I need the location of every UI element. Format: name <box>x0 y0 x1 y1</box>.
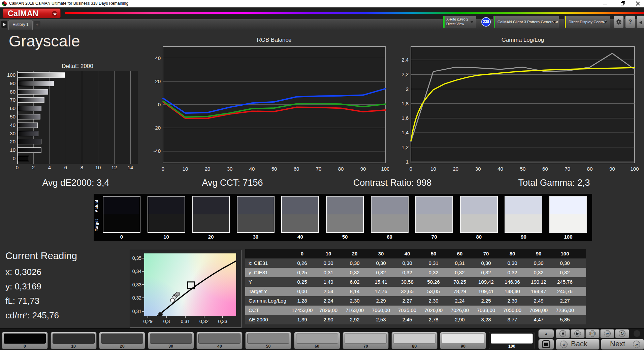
table-cell: 2,24 <box>315 296 342 306</box>
table-cell: 50,26 <box>420 277 447 287</box>
table-cell: 7163,00 <box>342 306 368 315</box>
help-button[interactable]: ? <box>625 15 635 28</box>
next-button[interactable]: Next » <box>601 339 644 350</box>
strip-swatch-70 <box>415 196 453 233</box>
svg-text:20: 20 <box>453 166 458 172</box>
window-minimize-button[interactable] <box>599 0 611 7</box>
strip-swatch-label: 0 <box>103 234 140 240</box>
table-cell: 0,32 <box>473 268 499 277</box>
strip-target-100 <box>550 214 586 232</box>
pattern-level-button-20[interactable]: 20 <box>99 332 145 349</box>
cie-ytick <box>142 271 144 272</box>
pattern-level-swatch <box>53 334 95 344</box>
pattern-level-label: 100 <box>489 344 535 349</box>
svg-text:90: 90 <box>360 166 366 172</box>
pattern-level-button-80[interactable]: 80 <box>391 332 438 349</box>
tab-scroll-button[interactable] <box>1 20 7 28</box>
pattern-level-button-40[interactable]: 40 <box>196 332 243 349</box>
window-restore-button[interactable] <box>616 0 629 7</box>
pattern-level-button-100[interactable]: 100 <box>489 332 535 349</box>
table-header-cell: 70 <box>473 249 499 258</box>
continuous-button[interactable]: ∞ <box>600 329 614 338</box>
pattern-level-label: 40 <box>197 344 242 349</box>
strip-swatch-0 <box>103 196 140 233</box>
tab-history-1[interactable]: History 1 <box>8 20 33 30</box>
pattern-level-button-70[interactable]: 70 <box>343 332 389 349</box>
deltae-gridline <box>130 71 131 164</box>
strip-swatch-60 <box>371 196 409 233</box>
svg-text:70: 70 <box>316 166 322 172</box>
strip-swatch-label: 90 <box>505 234 542 240</box>
table-cell: 0,26 <box>289 258 315 268</box>
deltae-ytick-label: 30 <box>2 131 15 136</box>
settings-button[interactable] <box>614 15 624 28</box>
stat-total-gamma: Total Gamma: 2,3 <box>518 178 590 188</box>
svg-text:30: 30 <box>227 166 233 172</box>
pattern-level-button-60[interactable]: 60 <box>294 332 340 349</box>
chevron-down-icon <box>604 21 607 23</box>
table-row-y: CIE31: y: CIE310,250,310,320,320,320,320,320,32… <box>245 268 586 277</box>
table-cell: 0,32 <box>499 268 525 277</box>
minimize-icon <box>603 4 607 4</box>
svg-text:1,8: 1,8 <box>401 101 409 106</box>
table-cell: 2,53 <box>368 315 394 324</box>
back-icon: « <box>560 341 568 348</box>
calman-logo: CalMAN <box>8 9 38 18</box>
table-cell: 4,47 <box>525 315 552 324</box>
strip-actual-20 <box>193 197 229 214</box>
stop-button[interactable]: ■ <box>556 329 570 338</box>
window-size-button[interactable] <box>538 339 554 350</box>
table-cell: 0,30 <box>473 258 499 268</box>
pattern-options-button[interactable]: ▲ <box>538 329 554 338</box>
pattern-level-button-30[interactable]: 30 <box>148 332 194 349</box>
back-button[interactable]: « Back <box>556 339 600 350</box>
cie-xtick-label: 0,29 <box>140 319 156 324</box>
table-cell: 0,30 <box>315 258 342 268</box>
svg-text:1: 1 <box>406 159 409 165</box>
window-close-button[interactable] <box>632 0 644 7</box>
cie-chart-plot <box>144 253 236 316</box>
menu-chevron-button[interactable] <box>52 11 57 16</box>
svg-text:80: 80 <box>338 166 344 172</box>
loop-button[interactable]: ↻ <box>615 329 629 338</box>
strip-swatch-30 <box>237 196 275 233</box>
pattern-level-swatch <box>101 334 143 344</box>
strip-actual-30 <box>237 197 274 214</box>
table-cell: 2,45 <box>394 315 420 324</box>
calman-menu-button[interactable]: CalMAN <box>3 8 61 18</box>
svg-text:0: 0 <box>158 102 161 107</box>
pattern-level-swatch <box>393 334 436 344</box>
cie-xtick-label: 0,33 <box>215 319 230 324</box>
gamma-svg-svg: 11,21,41,61,822,22,401020304050607080901… <box>401 44 644 175</box>
footer-bar: ▲ « Back Next » 0102030405060708090100■▶… <box>0 328 644 350</box>
table-cell: 0,30 <box>342 258 368 268</box>
pattern-level-button-50[interactable]: 50 <box>245 332 291 349</box>
pattern-window-button[interactable]: [··] <box>585 329 600 338</box>
display-control-dropdown[interactable]: Direct Display Control <box>564 15 610 28</box>
table-cell: 2,30 <box>499 296 525 306</box>
table-cell: 0,31 <box>420 258 447 268</box>
meter-dropdown[interactable]: X-Rite i1Pro 2 Direct View <box>443 15 476 28</box>
svg-text:80: 80 <box>587 166 593 172</box>
add-tab-button[interactable]: + <box>34 21 40 29</box>
cie-overlay <box>144 253 236 316</box>
pattern-level-button-0[interactable]: 0 <box>2 332 48 349</box>
svg-text:90: 90 <box>609 166 615 172</box>
pattern-source-dropdown[interactable]: CalMAN Client 3 Pattern Generator <box>493 15 559 28</box>
toolbar-collapse-button[interactable] <box>637 15 644 28</box>
table-cell: 7060,00 <box>368 306 394 315</box>
table-row-CCT: CCT17453,007829,007163,007060,007035,007… <box>245 306 586 315</box>
pattern-level-button-90[interactable]: 90 <box>440 332 486 349</box>
table-cell: 1,39 <box>289 315 315 324</box>
meter-mode: Direct View <box>446 22 464 26</box>
svg-text:100: 100 <box>630 166 639 172</box>
pattern-level-button-10[interactable]: 10 <box>51 332 97 349</box>
measurement-table: 0102030405060708090100x: CIE310,260,300,… <box>245 249 586 324</box>
play-button[interactable]: ▶ <box>571 329 585 338</box>
svg-text:-20: -20 <box>153 125 161 131</box>
strip-target-90 <box>505 214 542 232</box>
pattern-level-swatch <box>4 334 46 344</box>
pattern-level-label: 30 <box>148 344 194 349</box>
deltae-ytick-label: 100 <box>2 72 15 78</box>
cie-ytick-label: 0,35 <box>130 255 141 261</box>
